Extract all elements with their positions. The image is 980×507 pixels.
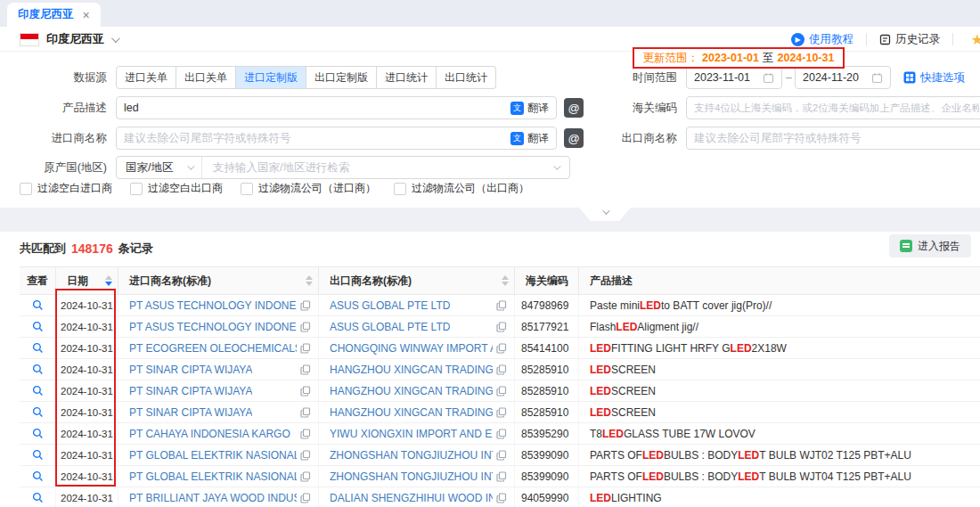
filter-logistics-exporter[interactable]: 过滤物流公司（出口商） (394, 181, 529, 196)
exporter-link[interactable]: YIWU XIONGXIN IMPORT AND EXPORT... (330, 428, 493, 440)
copy-icon[interactable] (496, 300, 507, 311)
origin-search-input[interactable]: 支持输入国家/地区进行检索 (202, 160, 553, 176)
column-header-exporter[interactable]: 出口商名称(标准) (319, 267, 515, 294)
copy-icon[interactable] (300, 493, 311, 503)
tab-bar: 印度尼西亚 × (0, 0, 980, 27)
date-cell: 2024-10-31 (56, 466, 118, 487)
product-desc-cell: LED FITTING LIGHT HRFY G LED 2X18W (579, 338, 980, 358)
column-header-date[interactable]: 日期 (56, 267, 118, 294)
importer-link[interactable]: PT ASUS TECHNOLOGY INDONESIA BA... (129, 299, 297, 312)
sort-icon[interactable] (502, 275, 509, 286)
view-icon[interactable] (32, 449, 44, 461)
copy-icon[interactable] (496, 322, 507, 332)
tab-close-icon[interactable]: × (83, 9, 90, 21)
tutorial-link[interactable]: ▶ 使用教程 (791, 32, 853, 47)
exporter-link[interactable]: CHONGQING WINWAY IMPORT AND E... (330, 342, 493, 355)
copy-icon[interactable] (496, 343, 507, 354)
importer-link[interactable]: PT SINAR CIPTA WIJAYA (129, 385, 252, 397)
data-source-label: 数据源 (9, 66, 107, 89)
view-icon[interactable] (32, 406, 44, 418)
view-icon[interactable] (32, 364, 44, 375)
view-icon[interactable] (32, 342, 44, 354)
copy-icon[interactable] (496, 493, 507, 503)
importer-link[interactable]: PT GLOBAL ELEKTRIK NASIONAL (129, 470, 297, 483)
sort-icon[interactable] (105, 275, 112, 286)
enter-report-button[interactable]: 进入报告 (889, 234, 971, 258)
column-header-importer[interactable]: 进口商名称(标准) (118, 267, 319, 294)
exporter-link[interactable]: ASUS GLOBAL PTE LTD (330, 299, 450, 312)
copy-icon[interactable] (300, 407, 311, 418)
segment-import-custom[interactable]: 进口定制版 (236, 66, 306, 89)
copy-icon[interactable] (496, 429, 507, 439)
segment-export-declaration[interactable]: 出口关单 (176, 66, 236, 89)
hs-code-input[interactable] (694, 102, 979, 113)
copy-icon[interactable] (496, 471, 507, 482)
copy-icon[interactable] (300, 300, 311, 311)
view-icon[interactable] (32, 321, 44, 332)
favorite-star-icon[interactable]: ★ (966, 31, 980, 48)
tab-title: 印度尼西亚 (18, 7, 74, 22)
exporter-link[interactable]: ZHONGSHAN TONGJIUZHOU INTERNA... (330, 470, 493, 483)
copy-icon[interactable] (300, 343, 311, 354)
end-date-input[interactable]: 2024-11-20 (795, 66, 891, 89)
copy-icon[interactable] (300, 386, 311, 397)
segment-export-custom[interactable]: 出口定制版 (306, 66, 377, 89)
sort-icon[interactable] (306, 275, 313, 286)
copy-icon[interactable] (300, 322, 311, 332)
view-icon[interactable] (32, 299, 44, 311)
filter-blank-exporter[interactable]: 过滤空白出口商 (130, 181, 223, 196)
table-row: 2024-10-31 PT SINAR CIPTA WIJAYA HANGZHO… (20, 359, 980, 380)
exporter-link[interactable]: DALIAN SHENGZHIHUI WOOD INDUST... (330, 492, 493, 504)
view-icon[interactable] (32, 428, 44, 439)
count-suffix: 条记录 (118, 241, 153, 257)
importer-link[interactable]: PT BRILLIANT JAYA WOOD INDUSTRY (129, 492, 297, 504)
exporter-link[interactable]: ZHONGSHAN TONGJIUZHOU INTERNA... (330, 449, 493, 462)
importer-link[interactable]: PT CAHAYA INDONESIA KARGO (129, 428, 290, 440)
quick-options-link[interactable]: 快捷选项 (903, 66, 965, 89)
view-icon[interactable] (32, 492, 44, 503)
filter-blank-importer[interactable]: 过滤空白进口商 (20, 181, 112, 196)
table-row: 2024-10-31 PT ASUS TECHNOLOGY INDONESIA … (20, 316, 980, 338)
table-row: 2024-10-31 PT GLOBAL ELEKTRIK NASIONAL Z… (20, 466, 980, 487)
importer-link[interactable]: PT SINAR CIPTA WIJAYA (129, 364, 252, 376)
exporter-input[interactable] (694, 132, 979, 144)
copy-icon[interactable] (496, 407, 507, 418)
importer-input[interactable] (124, 132, 510, 144)
copy-icon[interactable] (300, 471, 311, 482)
product-desc-input[interactable] (124, 102, 510, 114)
tab-indonesia[interactable]: 印度尼西亚 × (7, 3, 101, 27)
importer-link[interactable]: PT SINAR CIPTA WIJAYA (129, 406, 252, 419)
origin-type-select[interactable]: 国家/地区 (117, 157, 202, 178)
country-selector[interactable]: 印度尼西亚 (20, 27, 118, 52)
importer-link[interactable]: PT ASUS TECHNOLOGY INDONESIA BA... (129, 321, 297, 333)
view-icon[interactable] (32, 470, 44, 482)
importer-link[interactable]: PT GLOBAL ELEKTRIK NASIONAL (129, 449, 297, 462)
start-date-input[interactable]: 2023-11-01 (686, 66, 782, 89)
checkbox[interactable] (394, 183, 406, 195)
translate-button[interactable]: 文 翻译 (510, 101, 549, 116)
exporter-link[interactable]: HANGZHOU XINGCAN TRADING CO LTD (330, 364, 493, 376)
exporter-link[interactable]: HANGZHOU XINGCAN TRADING CO LTD (330, 385, 493, 397)
segment-export-stats[interactable]: 出口统计 (437, 66, 496, 89)
chevron-down-icon (111, 34, 120, 43)
exporter-link[interactable]: ASUS GLOBAL PTE LTD (330, 321, 450, 333)
copy-icon[interactable] (496, 450, 507, 461)
exporter-link[interactable]: HANGZHOU XINGCAN TRADING CO LTD (330, 406, 493, 419)
copy-icon[interactable] (300, 450, 311, 461)
copy-icon[interactable] (300, 429, 311, 439)
checkbox[interactable] (130, 183, 143, 195)
history-link[interactable]: 历史记录 (879, 32, 940, 47)
copy-icon[interactable] (496, 386, 507, 397)
table-row: 2024-10-31 PT ASUS TECHNOLOGY INDONESIA … (20, 295, 980, 316)
checkbox[interactable] (20, 183, 32, 195)
segment-import-stats[interactable]: 进口统计 (377, 66, 437, 89)
view-icon[interactable] (32, 385, 44, 397)
checkbox[interactable] (241, 183, 253, 195)
importer-link[interactable]: PT ECOGREEN OLEOCHEMICALS (129, 342, 297, 355)
copy-icon[interactable] (300, 364, 311, 375)
translate-button[interactable]: 文 翻译 (510, 131, 549, 146)
translate-icon: 文 (510, 132, 524, 145)
copy-icon[interactable] (496, 364, 507, 375)
filter-logistics-importer[interactable]: 过滤物流公司（进口商） (241, 181, 376, 196)
segment-import-declaration[interactable]: 进口关单 (116, 66, 176, 89)
